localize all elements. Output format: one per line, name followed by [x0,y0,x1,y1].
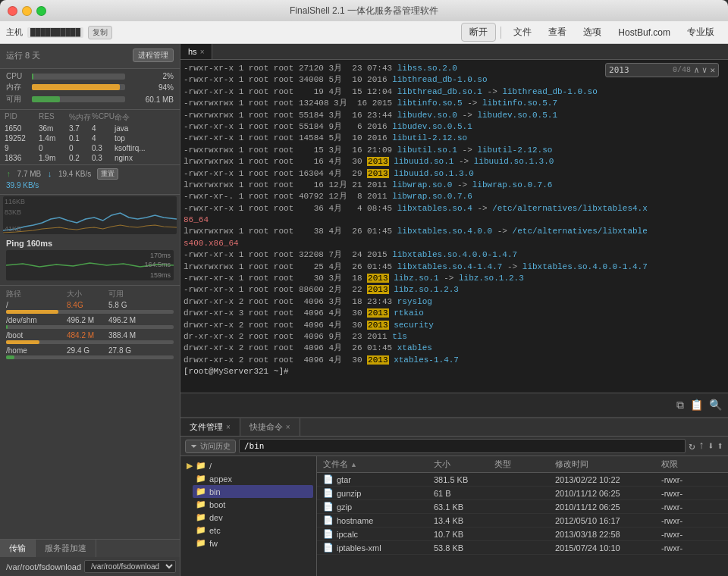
tab-server-boost[interactable]: 服务器加速 [36,540,96,557]
address-input[interactable] [239,439,686,453]
bottom-panel: 文件管理 × 快捷命令 × ⏷ 访问历史 ↻ ↑ ⬇ [180,417,728,576]
disconnect-button[interactable]: 断开 [461,23,496,42]
stats-section: CPU 2% 内存 94% 可用 60.1 MB [0,69,180,110]
avail-bar [32,96,60,102]
disk-bar-shm [6,325,174,329]
col-type: 类型 [494,459,555,470]
maximize-button[interactable] [36,6,46,16]
dir-icon: 📁 [196,499,206,509]
bottom-left-tabs: 传输 服务器加速 [0,540,180,557]
host-label: 主机 [6,27,23,38]
search-terminal-icon[interactable]: 🔍 [709,399,722,412]
file-row-gzip[interactable]: 📄gzip 63.1 KB 2010/11/12 06:25 -rwxr- [317,500,728,514]
cpu-value: 2% [128,72,174,80]
terminal-content[interactable]: 0/48 ∧ ∨ ✕ -rwxr-xr-x 1 root root 27120 … [180,60,728,393]
history-button[interactable]: ⏷ 访问历史 [185,440,236,453]
term-line: dr-xr-xr-x 2 root root 4096 9月 23 2011 t… [184,331,725,343]
term-line: lrwxrwxrwx 1 root root 16 4月 30 2013 lib… [184,156,725,167]
menubar: 主机 ██████████ 复制 断开 文件 查看 选项 HostBuf.com… [0,21,728,44]
server-info: 运行 8 天 进程管理 [0,44,180,69]
file-tree: ▶ 📁 / 📁 appex 📁 bin 📁 boot [180,456,317,576]
disk-header: 路径 大小 可用 [6,289,174,299]
menu-file[interactable]: 文件 [506,23,539,41]
upload-btn[interactable]: ⬆ [717,440,723,452]
file-row-gunzip[interactable]: 📄gunzip 61 B 2010/11/12 06:25 -rwxr- [317,487,728,500]
file-row-hostname[interactable]: 📄hostname 13.4 KB 2012/05/10 16:17 -rwxr… [317,514,728,527]
file-list-header: 文件名 ▲ 大小 类型 修改时间 权限 [317,456,728,473]
tree-item-etc[interactable]: 📁 etc [193,524,313,537]
disk-row-root: / 8.4G 5.8 G [6,301,174,309]
term-tab-hs[interactable]: hs × [180,44,212,59]
file-row-iptables-xml[interactable]: 📄iptables-xml 53.8 KB 2015/07/24 10:10 -… [317,541,728,555]
file-row-gtar[interactable]: 📄gtar 381.5 KB 2013/02/22 10:22 -rwxr- [317,473,728,487]
menu-view[interactable]: 查看 [541,23,574,41]
host-ip: ██████████ [27,27,83,38]
file-perm: -rwxr- [661,543,722,553]
history-icon: ⏷ [190,442,198,450]
term-line: -rwxrwxrwx 1 root root 132408 3月 16 2015… [184,98,725,109]
file-name: iptables-xml [337,543,381,553]
download-btn[interactable]: ⬇ [708,440,714,452]
file-icon: 📄 [323,474,334,484]
tree-item-appex[interactable]: 📁 appex [193,472,313,485]
term-line: -rwxr-xr-x 1 root root 19 4月 15 12:04 li… [184,86,725,98]
reset-button[interactable]: 重置 [97,168,118,180]
ping-section: Ping 160ms 170ms 164.5ms 159ms [0,236,180,286]
file-mtime: 2013/02/22 10:22 [555,475,661,484]
file-name: gtar [337,475,351,484]
file-size: 61 B [434,489,494,498]
tree-label-bin: bin [209,487,221,496]
tree-item-dev[interactable]: 📁 dev [193,511,313,524]
host-section: 主机 ██████████ 复制 [6,26,460,39]
dir-icon: 📁 [196,512,206,522]
path-value: /var/root/fsdownload [6,562,81,571]
copy-terminal-icon[interactable]: ⧉ [676,399,684,412]
disk-bar-boot [6,340,174,344]
tree-item-boot[interactable]: 📁 boot [193,498,313,511]
bp-tab-filemanager[interactable]: 文件管理 × [180,418,240,436]
paste-terminal-icon[interactable]: 📋 [690,399,703,412]
search-next[interactable]: ∨ [702,65,708,75]
up-btn[interactable]: ↑ [698,440,704,452]
file-mtime: 2010/11/12 06:25 [555,502,661,512]
col-mtime: 修改时间 [555,459,661,470]
path-selector[interactable]: /var/root/fsdownload [84,560,176,573]
bp-tab-quickcmd[interactable]: 快捷命令 × [240,418,300,436]
copy-button[interactable]: 复制 [88,26,112,39]
term-line: -rwxrwxrwx 1 root root 15 3月 16 21:09 li… [184,145,725,156]
chart-label-41: 41KB [5,225,21,233]
file-name: gunzip [337,489,361,498]
search-close[interactable]: ✕ [710,65,715,75]
mem-bar-container [32,84,125,90]
tree-item-root[interactable]: ▶ 📁 / [184,459,313,472]
file-icon: 📄 [323,529,334,539]
term-line: -rwxr-xr-. 1 root root 40792 12月 8 2011 … [184,191,725,202]
disk-row-boot: /boot 484.2 M 388.4 M [6,331,174,340]
upload-value: 7.7 MB [17,170,42,178]
search-input[interactable] [609,65,670,75]
tree-item-bin[interactable]: 📁 bin [193,485,313,498]
term-line: -rwxr-xr-x 1 root root 36 4月 4 08:45 lib… [184,203,725,214]
disk-bar-root [6,310,174,314]
search-prev[interactable]: ∧ [694,65,699,75]
refresh-btn[interactable]: ↻ [689,440,695,452]
menu-pro[interactable]: 专业版 [679,23,722,41]
close-button[interactable] [8,6,17,16]
file-list: 文件名 ▲ 大小 类型 修改时间 权限 📄gtar 381.5 KB 2013/… [317,456,728,576]
minimize-button[interactable] [22,6,32,16]
term-line: drwxr-xr-x 2 root root 4096 4月 30 2013 s… [184,320,725,331]
bottom-left-section: 传输 服务器加速 /var/root/fsdownload /var/root/… [0,539,180,576]
menu-hostbuf[interactable]: HostBuf.com [610,25,678,40]
file-name: ipcalc [337,530,358,539]
tree-item-fw[interactable]: 📁 fw [193,537,313,549]
tab-transfer[interactable]: 传输 [0,540,36,557]
file-row-ipcalc[interactable]: 📄ipcalc 10.7 KB 2013/03/18 22:58 -rwxr- [317,527,728,541]
bp-tab-fm-close[interactable]: × [226,423,231,431]
bp-tab-qc-close[interactable]: × [286,423,290,431]
disk-col-size: 大小 [67,289,108,299]
term-tab-close[interactable]: × [200,48,205,56]
process-manager-button[interactable]: 进程管理 [133,49,174,62]
cpu-bar-container [32,74,125,80]
disk-bar-home [6,355,174,359]
menu-options[interactable]: 选项 [576,23,609,41]
